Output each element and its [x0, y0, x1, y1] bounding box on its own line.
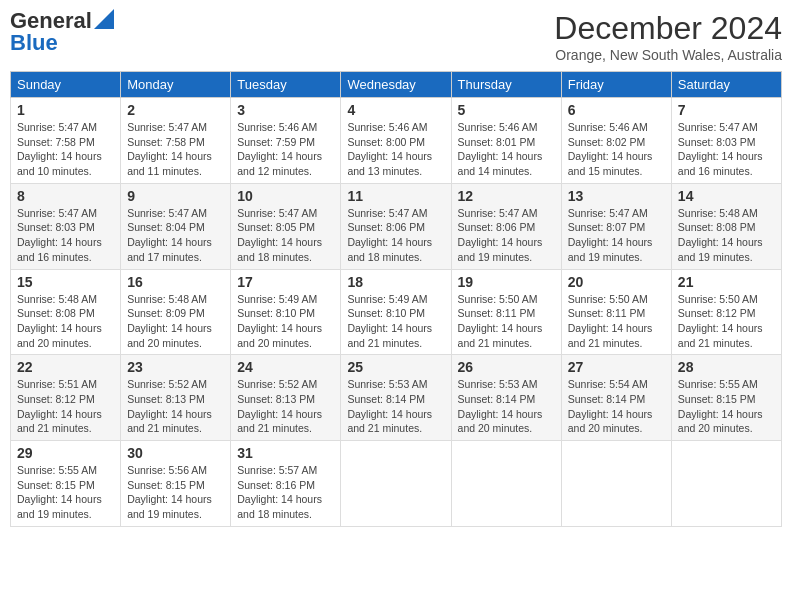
calendar-cell — [341, 441, 451, 527]
day-info: Sunrise: 5:50 AMSunset: 8:12 PMDaylight:… — [678, 292, 775, 351]
day-number: 28 — [678, 359, 775, 375]
calendar-cell: 27Sunrise: 5:54 AMSunset: 8:14 PMDayligh… — [561, 355, 671, 441]
calendar-table: SundayMondayTuesdayWednesdayThursdayFrid… — [10, 71, 782, 527]
day-number: 17 — [237, 274, 334, 290]
day-info: Sunrise: 5:47 AMSunset: 8:04 PMDaylight:… — [127, 206, 224, 265]
calendar-cell: 28Sunrise: 5:55 AMSunset: 8:15 PMDayligh… — [671, 355, 781, 441]
month-title: December 2024 — [554, 10, 782, 47]
day-info: Sunrise: 5:51 AMSunset: 8:12 PMDaylight:… — [17, 377, 114, 436]
calendar-week-2: 8Sunrise: 5:47 AMSunset: 8:03 PMDaylight… — [11, 183, 782, 269]
day-number: 2 — [127, 102, 224, 118]
calendar-cell: 4Sunrise: 5:46 AMSunset: 8:00 PMDaylight… — [341, 98, 451, 184]
day-info: Sunrise: 5:46 AMSunset: 8:02 PMDaylight:… — [568, 120, 665, 179]
day-info: Sunrise: 5:47 AMSunset: 7:58 PMDaylight:… — [17, 120, 114, 179]
calendar-cell: 26Sunrise: 5:53 AMSunset: 8:14 PMDayligh… — [451, 355, 561, 441]
day-number: 20 — [568, 274, 665, 290]
location: Orange, New South Wales, Australia — [554, 47, 782, 63]
calendar-week-3: 15Sunrise: 5:48 AMSunset: 8:08 PMDayligh… — [11, 269, 782, 355]
weekday-header-tuesday: Tuesday — [231, 72, 341, 98]
calendar-cell: 1Sunrise: 5:47 AMSunset: 7:58 PMDaylight… — [11, 98, 121, 184]
calendar-body: 1Sunrise: 5:47 AMSunset: 7:58 PMDaylight… — [11, 98, 782, 527]
calendar-cell: 15Sunrise: 5:48 AMSunset: 8:08 PMDayligh… — [11, 269, 121, 355]
day-info: Sunrise: 5:55 AMSunset: 8:15 PMDaylight:… — [17, 463, 114, 522]
day-info: Sunrise: 5:47 AMSunset: 8:07 PMDaylight:… — [568, 206, 665, 265]
calendar-week-1: 1Sunrise: 5:47 AMSunset: 7:58 PMDaylight… — [11, 98, 782, 184]
calendar-cell: 6Sunrise: 5:46 AMSunset: 8:02 PMDaylight… — [561, 98, 671, 184]
calendar-cell: 11Sunrise: 5:47 AMSunset: 8:06 PMDayligh… — [341, 183, 451, 269]
day-number: 23 — [127, 359, 224, 375]
logo-general: General — [10, 10, 92, 32]
day-number: 6 — [568, 102, 665, 118]
calendar-cell: 13Sunrise: 5:47 AMSunset: 8:07 PMDayligh… — [561, 183, 671, 269]
day-info: Sunrise: 5:47 AMSunset: 8:06 PMDaylight:… — [347, 206, 444, 265]
day-info: Sunrise: 5:47 AMSunset: 8:05 PMDaylight:… — [237, 206, 334, 265]
day-number: 1 — [17, 102, 114, 118]
weekday-header-sunday: Sunday — [11, 72, 121, 98]
day-info: Sunrise: 5:54 AMSunset: 8:14 PMDaylight:… — [568, 377, 665, 436]
day-number: 8 — [17, 188, 114, 204]
day-info: Sunrise: 5:53 AMSunset: 8:14 PMDaylight:… — [347, 377, 444, 436]
logo-blue: Blue — [10, 32, 58, 54]
calendar-cell: 10Sunrise: 5:47 AMSunset: 8:05 PMDayligh… — [231, 183, 341, 269]
day-number: 26 — [458, 359, 555, 375]
calendar-cell: 14Sunrise: 5:48 AMSunset: 8:08 PMDayligh… — [671, 183, 781, 269]
weekday-header-row: SundayMondayTuesdayWednesdayThursdayFrid… — [11, 72, 782, 98]
calendar-cell: 29Sunrise: 5:55 AMSunset: 8:15 PMDayligh… — [11, 441, 121, 527]
logo-triangle-icon — [94, 9, 114, 29]
calendar-cell: 23Sunrise: 5:52 AMSunset: 8:13 PMDayligh… — [121, 355, 231, 441]
day-number: 3 — [237, 102, 334, 118]
day-info: Sunrise: 5:48 AMSunset: 8:09 PMDaylight:… — [127, 292, 224, 351]
day-number: 29 — [17, 445, 114, 461]
day-number: 21 — [678, 274, 775, 290]
calendar-cell — [671, 441, 781, 527]
calendar-cell: 5Sunrise: 5:46 AMSunset: 8:01 PMDaylight… — [451, 98, 561, 184]
day-info: Sunrise: 5:48 AMSunset: 8:08 PMDaylight:… — [17, 292, 114, 351]
weekday-header-saturday: Saturday — [671, 72, 781, 98]
calendar-cell: 19Sunrise: 5:50 AMSunset: 8:11 PMDayligh… — [451, 269, 561, 355]
weekday-header-friday: Friday — [561, 72, 671, 98]
day-number: 4 — [347, 102, 444, 118]
day-info: Sunrise: 5:47 AMSunset: 8:03 PMDaylight:… — [678, 120, 775, 179]
calendar-cell: 2Sunrise: 5:47 AMSunset: 7:58 PMDaylight… — [121, 98, 231, 184]
calendar-cell: 8Sunrise: 5:47 AMSunset: 8:03 PMDaylight… — [11, 183, 121, 269]
day-number: 25 — [347, 359, 444, 375]
page-header: General Blue December 2024 Orange, New S… — [10, 10, 782, 63]
calendar-cell: 21Sunrise: 5:50 AMSunset: 8:12 PMDayligh… — [671, 269, 781, 355]
day-info: Sunrise: 5:46 AMSunset: 8:00 PMDaylight:… — [347, 120, 444, 179]
day-number: 7 — [678, 102, 775, 118]
calendar-cell: 30Sunrise: 5:56 AMSunset: 8:15 PMDayligh… — [121, 441, 231, 527]
day-number: 14 — [678, 188, 775, 204]
calendar-cell: 22Sunrise: 5:51 AMSunset: 8:12 PMDayligh… — [11, 355, 121, 441]
day-info: Sunrise: 5:48 AMSunset: 8:08 PMDaylight:… — [678, 206, 775, 265]
day-number: 9 — [127, 188, 224, 204]
weekday-header-monday: Monday — [121, 72, 231, 98]
calendar-cell: 9Sunrise: 5:47 AMSunset: 8:04 PMDaylight… — [121, 183, 231, 269]
calendar-cell: 25Sunrise: 5:53 AMSunset: 8:14 PMDayligh… — [341, 355, 451, 441]
calendar-cell: 20Sunrise: 5:50 AMSunset: 8:11 PMDayligh… — [561, 269, 671, 355]
logo: General Blue — [10, 10, 114, 54]
title-area: December 2024 Orange, New South Wales, A… — [554, 10, 782, 63]
day-info: Sunrise: 5:47 AMSunset: 7:58 PMDaylight:… — [127, 120, 224, 179]
calendar-cell: 17Sunrise: 5:49 AMSunset: 8:10 PMDayligh… — [231, 269, 341, 355]
day-number: 24 — [237, 359, 334, 375]
calendar-cell: 12Sunrise: 5:47 AMSunset: 8:06 PMDayligh… — [451, 183, 561, 269]
day-number: 5 — [458, 102, 555, 118]
day-number: 16 — [127, 274, 224, 290]
day-info: Sunrise: 5:56 AMSunset: 8:15 PMDaylight:… — [127, 463, 224, 522]
day-number: 27 — [568, 359, 665, 375]
day-number: 11 — [347, 188, 444, 204]
calendar-cell: 18Sunrise: 5:49 AMSunset: 8:10 PMDayligh… — [341, 269, 451, 355]
day-info: Sunrise: 5:55 AMSunset: 8:15 PMDaylight:… — [678, 377, 775, 436]
calendar-week-5: 29Sunrise: 5:55 AMSunset: 8:15 PMDayligh… — [11, 441, 782, 527]
calendar-header: SundayMondayTuesdayWednesdayThursdayFrid… — [11, 72, 782, 98]
calendar-cell: 3Sunrise: 5:46 AMSunset: 7:59 PMDaylight… — [231, 98, 341, 184]
day-number: 12 — [458, 188, 555, 204]
day-info: Sunrise: 5:49 AMSunset: 8:10 PMDaylight:… — [237, 292, 334, 351]
weekday-header-wednesday: Wednesday — [341, 72, 451, 98]
day-number: 22 — [17, 359, 114, 375]
calendar-cell — [561, 441, 671, 527]
day-info: Sunrise: 5:47 AMSunset: 8:06 PMDaylight:… — [458, 206, 555, 265]
day-info: Sunrise: 5:52 AMSunset: 8:13 PMDaylight:… — [127, 377, 224, 436]
day-info: Sunrise: 5:50 AMSunset: 8:11 PMDaylight:… — [568, 292, 665, 351]
calendar-week-4: 22Sunrise: 5:51 AMSunset: 8:12 PMDayligh… — [11, 355, 782, 441]
